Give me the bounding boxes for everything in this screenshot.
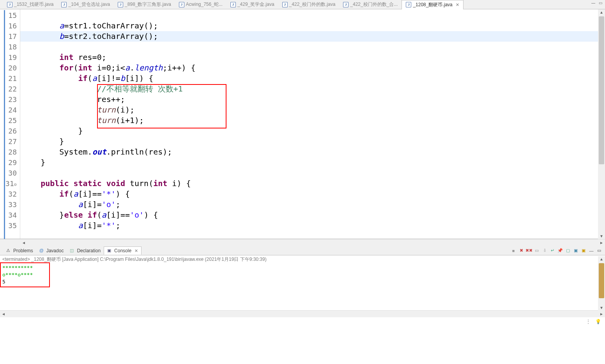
line-num: 27 [0,136,20,147]
code-line: //不相等就翻转 次数+1 [20,84,598,94]
problems-tab[interactable]: ⚠Problems [3,247,36,255]
tab-422a[interactable]: J_422_校门外的数.java [278,0,340,9]
bottom-panel-tabs: ⚠Problems @Javadoc ◫Declaration ▣Console… [0,246,605,255]
tab-1532[interactable]: J_1532_找硬币.java [3,0,57,9]
tab-898[interactable]: J_898_数字三角形.java [114,0,175,9]
tab-1208-active[interactable]: J_1208_翻硬币.java✕ [402,0,463,9]
code-line: System.out.println(res); [20,147,598,157]
word-wrap-icon[interactable]: ↵ [549,248,556,254]
scroll-right-icon[interactable]: ► [598,312,605,316]
code-line-highlighted: b=str2.toCharArray(); [20,31,598,42]
java-file-icon: J [343,2,348,7]
line-num: 26 [0,126,20,136]
line-num: 21 [0,73,20,84]
terminate-icon[interactable]: ■ [510,248,517,254]
line-num: 17 [0,31,20,42]
line-num: 33 [0,199,20,210]
scroll-thumb[interactable] [599,16,604,164]
line-num: 20 [0,63,20,73]
line-num: 29 [0,157,20,168]
editor-horizontal-scrollbar[interactable]: ◄ ► [0,239,605,246]
declaration-tab[interactable]: ◫Declaration [67,247,104,255]
java-file-icon: J [61,2,67,7]
code-line: res++; [20,94,598,105]
java-file-icon: J [179,2,184,7]
code-line: } [20,126,598,136]
console-icon: ▣ [107,248,113,253]
open-console-icon[interactable]: ▣ [572,248,579,254]
console-horizontal-scrollbar[interactable]: ◄ ► [0,310,605,317]
tab-422b[interactable]: J_422_校门外的数_合... [339,0,402,9]
scroll-down-icon[interactable]: ▼ [600,306,603,310]
code-editor[interactable]: a=str1.toCharArray(); b=str2.toCharArray… [20,9,598,239]
code-line: public static void turn(int i) { [20,178,598,189]
code-line: if(a[i]=='*') { [20,189,598,199]
window-controls: ― ▭ [590,1,603,6]
line-num: 31⊖ [0,178,20,189]
new-console-icon[interactable]: ▣ [580,248,587,254]
editor-vertical-scrollbar[interactable]: ▲ ▼ [598,9,605,239]
line-num: 35 [0,220,20,231]
gutter-change-bar [4,10,5,239]
line-num: 30 [0,168,20,178]
scroll-lock-icon[interactable]: ⇩ [541,248,548,254]
java-file-icon: J [230,2,236,7]
tab-756[interactable]: JAcwing_756_蛇... [175,0,226,9]
line-num: 22 [0,84,20,94]
java-file-icon: J [282,2,288,7]
maximize-icon[interactable]: ▭ [597,1,603,6]
scroll-right-icon[interactable]: ► [598,241,605,245]
tab-104[interactable]: J_104_货仓选址.java [57,0,114,9]
java-file-icon: J [118,2,123,7]
code-line: for(int i=0;i<a.length;i++) { [20,63,598,73]
line-num: 32 [0,189,20,199]
scroll-down-icon[interactable]: ▼ [600,234,603,238]
code-line: turn(i+1); [20,115,598,126]
console-launch-header: <terminated> _1208_翻硬币 [Java Application… [0,255,605,264]
tab-429[interactable]: J_429_奖学金.java [226,0,278,9]
console-output-line: 5 [2,278,603,285]
editor-area: 15 16 17 18 19 20 21 22 23 24 25 26 27 2… [0,9,605,239]
console-output[interactable]: ********** o****o**** 5 [0,264,605,310]
scroll-thumb[interactable] [599,263,604,298]
console-tab-active[interactable]: ▣Console✕ [104,246,142,255]
line-num: 16 [0,21,20,31]
javadoc-icon: @ [39,248,45,253]
code-line: }else if(a[i]=='o') { [20,210,598,220]
scroll-up-icon[interactable]: ▲ [600,257,603,261]
javadoc-tab[interactable]: @Javadoc [36,247,67,255]
display-console-icon[interactable]: ▢ [564,248,571,254]
console-toolbar: ■ ✖ ✖✖ ▭ ⇩ ↵ 📌 ▢ ▣ ▣ ― ▭ [510,248,603,254]
maximize-panel-icon[interactable]: ▭ [596,248,603,254]
line-num: 15 [0,10,20,21]
minimize-icon[interactable]: ― [590,1,596,6]
line-num: 19 [0,52,20,63]
scroll-left-icon[interactable]: ◄ [20,241,27,245]
scroll-up-icon[interactable]: ▲ [600,10,603,14]
status-bar: ⋮ 💡 [0,317,605,326]
scroll-left-icon[interactable]: ◄ [0,312,7,316]
clear-console-icon[interactable]: ▭ [533,248,540,254]
console-input-line: o****o**** [2,271,603,278]
code-line: } [20,136,598,147]
line-num: 18 [0,42,20,52]
status-separator: ⋮ [586,319,591,324]
close-tab-icon[interactable]: ✕ [456,2,459,7]
tip-icon[interactable]: 💡 [595,319,601,324]
close-console-icon[interactable]: ✕ [134,248,138,253]
line-num: 23 [0,94,20,105]
line-num: 25 [0,115,20,126]
code-line: int res=0; [20,52,598,63]
line-num: 28 [0,147,20,157]
console-vertical-scrollbar[interactable]: ▲ ▼ [598,256,605,311]
remove-all-icon[interactable]: ✖✖ [525,248,532,254]
code-line: a[i]='*'; [20,220,598,231]
java-file-icon: J [406,2,411,7]
pin-console-icon[interactable]: 📌 [557,248,564,254]
remove-launch-icon[interactable]: ✖ [518,248,525,254]
code-line [20,168,598,178]
editor-tab-bar: J_1532_找硬币.java J_104_货仓选址.java J_898_数字… [0,0,605,9]
line-num: 34 [0,210,20,220]
minimize-panel-icon[interactable]: ― [588,248,595,254]
line-num: 24 [0,105,20,115]
